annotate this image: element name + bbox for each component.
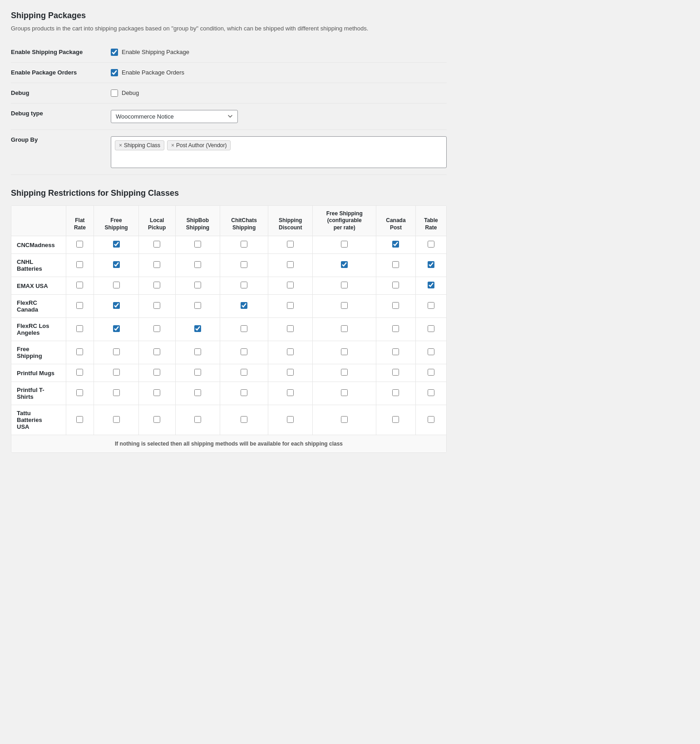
checkbox-flat-rate[interactable] (76, 261, 83, 268)
checkbox-canada-post[interactable] (392, 261, 399, 268)
checkbox-free-shipping[interactable] (113, 282, 120, 288)
checkbox-table-rate[interactable] (428, 261, 434, 268)
checkbox-flat-rate[interactable] (76, 348, 83, 355)
checkbox-chitchats[interactable] (241, 348, 247, 355)
checkbox-free-shipping[interactable] (113, 325, 120, 332)
checkbox-flat-rate[interactable] (76, 369, 83, 376)
checkbox-free-shipping[interactable] (113, 416, 120, 423)
checkbox-canada-post[interactable] (392, 325, 399, 332)
checkbox-table-rate[interactable] (428, 348, 434, 355)
checkbox-local-pickup[interactable] (153, 348, 160, 355)
tag-remove-icon[interactable]: × (119, 142, 122, 149)
checkbox-table-rate[interactable] (428, 302, 434, 309)
checkbox-shipbob[interactable] (194, 241, 201, 248)
checkbox-free-shipping-config[interactable] (341, 348, 348, 355)
checkbox-flat-rate[interactable] (76, 389, 83, 396)
checkbox-local-pickup[interactable] (153, 282, 160, 288)
group-by-tags[interactable]: × Shipping Class × Post Author (Vendor) (111, 136, 447, 168)
checkbox-free-shipping-config[interactable] (341, 325, 348, 332)
checkbox-free-shipping-config[interactable] (341, 369, 348, 376)
checkbox-local-pickup[interactable] (153, 416, 160, 423)
checkbox-free-shipping[interactable] (113, 389, 120, 396)
enable-package-orders-checkbox[interactable] (111, 69, 118, 76)
checkbox-free-shipping-config[interactable] (341, 389, 348, 396)
checkbox-local-pickup[interactable] (153, 369, 160, 376)
tag-shipping-class[interactable]: × Shipping Class (115, 140, 164, 150)
checkbox-canada-post[interactable] (392, 241, 399, 248)
checkbox-local-pickup[interactable] (153, 261, 160, 268)
checkbox-chitchats[interactable] (241, 369, 247, 376)
checkbox-chitchats[interactable] (241, 389, 247, 396)
table-row: FreeShipping (11, 341, 446, 364)
tag-post-author[interactable]: × Post Author (Vendor) (167, 140, 231, 150)
checkbox-chitchats[interactable] (241, 416, 247, 423)
shipping-packages-title: Shipping Packages (11, 11, 447, 20)
checkbox-shipbob[interactable] (194, 282, 201, 288)
checkbox-chitchats[interactable] (241, 241, 247, 248)
checkbox-free-shipping-config[interactable] (341, 416, 348, 423)
checkbox-shipping-discount[interactable] (287, 389, 294, 396)
checkbox-shipping-discount[interactable] (287, 369, 294, 376)
checkbox-table-rate[interactable] (428, 282, 434, 288)
checkbox-chitchats[interactable] (241, 302, 247, 309)
debug-checkbox[interactable] (111, 89, 118, 97)
checkbox-table-rate[interactable] (428, 369, 434, 376)
checkbox-flat-rate[interactable] (76, 416, 83, 423)
checkbox-chitchats[interactable] (241, 282, 247, 288)
checkbox-shipping-discount[interactable] (287, 325, 294, 332)
checkbox-free-shipping[interactable] (113, 241, 120, 248)
table-row: TattuBatteriesUSA (11, 405, 446, 435)
checkbox-local-pickup[interactable] (153, 389, 160, 396)
checkbox-shipping-discount[interactable] (287, 261, 294, 268)
checkbox-flat-rate[interactable] (76, 241, 83, 248)
col-header-chitchats: ChitChatsShipping (220, 206, 268, 236)
checkbox-free-shipping-config[interactable] (341, 241, 348, 248)
checkbox-shipbob[interactable] (194, 348, 201, 355)
checkbox-free-shipping-config[interactable] (341, 302, 348, 309)
checkbox-free-shipping[interactable] (113, 348, 120, 355)
checkbox-free-shipping-config[interactable] (341, 261, 348, 268)
checkbox-chitchats[interactable] (241, 261, 247, 268)
checkbox-chitchats[interactable] (241, 325, 247, 332)
checkbox-canada-post[interactable] (392, 416, 399, 423)
enable-shipping-package-checkbox[interactable] (111, 49, 118, 56)
shipping-restrictions-title: Shipping Restrictions for Shipping Class… (11, 188, 447, 198)
checkbox-free-shipping[interactable] (113, 369, 120, 376)
checkbox-canada-post[interactable] (392, 348, 399, 355)
checkbox-shipping-discount[interactable] (287, 416, 294, 423)
checkbox-free-shipping-config[interactable] (341, 282, 348, 288)
checkbox-canada-post[interactable] (392, 369, 399, 376)
checkbox-flat-rate[interactable] (76, 302, 83, 309)
checkbox-shipbob[interactable] (194, 389, 201, 396)
checkbox-shipbob[interactable] (194, 261, 201, 268)
row-label: FreeShipping (11, 341, 66, 364)
checkbox-table-rate[interactable] (428, 389, 434, 396)
checkbox-shipbob[interactable] (194, 302, 201, 309)
checkbox-shipbob[interactable] (194, 369, 201, 376)
checkbox-local-pickup[interactable] (153, 302, 160, 309)
checkbox-shipbob[interactable] (194, 416, 201, 423)
checkbox-canada-post[interactable] (392, 389, 399, 396)
checkbox-flat-rate[interactable] (76, 282, 83, 288)
tag-remove-icon[interactable]: × (171, 142, 174, 149)
checkbox-local-pickup[interactable] (153, 325, 160, 332)
enable-package-orders-checkbox-label: Enable Package Orders (122, 69, 184, 76)
checkbox-shipping-discount[interactable] (287, 302, 294, 309)
checkbox-flat-rate[interactable] (76, 325, 83, 332)
checkbox-free-shipping[interactable] (113, 302, 120, 309)
tag-label: Shipping Class (124, 142, 160, 149)
row-label: Printful T-Shirts (11, 382, 66, 405)
checkbox-local-pickup[interactable] (153, 241, 160, 248)
checkbox-shipping-discount[interactable] (287, 282, 294, 288)
restrictions-footer-row: If nothing is selected then all shipping… (11, 435, 446, 453)
checkbox-table-rate[interactable] (428, 241, 434, 248)
checkbox-shipping-discount[interactable] (287, 241, 294, 248)
checkbox-canada-post[interactable] (392, 282, 399, 288)
checkbox-table-rate[interactable] (428, 325, 434, 332)
checkbox-shipping-discount[interactable] (287, 348, 294, 355)
debug-type-select[interactable]: Woocommerce Notice Log File Both (111, 110, 238, 123)
checkbox-free-shipping[interactable] (113, 261, 120, 268)
checkbox-shipbob[interactable] (194, 325, 201, 332)
checkbox-table-rate[interactable] (428, 416, 434, 423)
checkbox-canada-post[interactable] (392, 302, 399, 309)
